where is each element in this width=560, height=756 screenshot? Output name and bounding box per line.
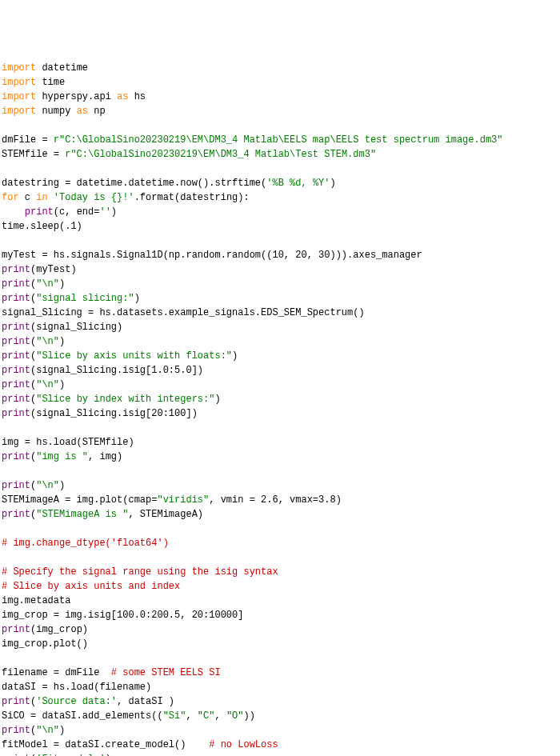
builtin: print xyxy=(25,206,54,218)
string: "C:\GlobalSino20230219\EM\DM3_4 Matlab\E… xyxy=(59,134,503,146)
lhs: dmFile = xyxy=(2,134,54,146)
builtin: print xyxy=(2,480,30,491)
text: dataSI = hs.load(filename) xyxy=(2,682,151,693)
rhs: ) xyxy=(330,178,335,189)
module: time xyxy=(36,77,65,88)
comment: # Specify the signal range using the isi… xyxy=(2,566,278,578)
alias: hs xyxy=(128,91,146,102)
code-block: import datetime import time import hyper… xyxy=(0,58,560,756)
r: ) xyxy=(214,394,220,405)
builtin: print xyxy=(2,394,30,405)
string: "\n" xyxy=(36,379,59,390)
text: time.sleep(.1) xyxy=(2,221,82,232)
keyword: in xyxy=(36,192,47,203)
lhs: SiCO = dataSI.add_elements(( xyxy=(2,710,163,722)
r: , dataSI ) xyxy=(117,696,174,707)
string: "O" xyxy=(226,710,244,722)
lhs: fitModel = dataSI.create_model() xyxy=(2,739,209,750)
lhs: STEMimageA = img.plot(cmap= xyxy=(2,494,157,506)
text: c xyxy=(19,192,37,203)
args: (img_crop) xyxy=(30,624,88,635)
builtin: print xyxy=(2,293,30,304)
module: hyperspy.api xyxy=(36,91,117,102)
string: "\n" xyxy=(36,336,59,347)
builtin: print xyxy=(2,624,30,635)
r: ) xyxy=(59,379,65,390)
comment: # some STEM EELS SI xyxy=(111,667,221,678)
rhs: , vmin = 2.6, vmax=3.8) xyxy=(209,494,342,506)
string: "\n" xyxy=(36,725,59,736)
builtin: print xyxy=(2,379,30,390)
c: , xyxy=(186,710,197,722)
text: img_crop = img.isig[100.0:200.5, 20:1000… xyxy=(2,610,243,621)
text: .format(datestring): xyxy=(134,192,250,203)
builtin: print xyxy=(2,278,30,290)
builtin: print xyxy=(2,322,30,333)
string: "Slice by index with integers:" xyxy=(36,394,214,405)
string: "\n" xyxy=(36,480,59,491)
keyword: import xyxy=(2,62,36,74)
text: myTest = hs.signals.Signal1D(np.random.r… xyxy=(2,250,422,261)
args: (signal_Slicing.isig[1.0:5.0]) xyxy=(30,365,203,376)
keyword: as xyxy=(77,106,88,117)
indent xyxy=(2,206,25,218)
builtin: print xyxy=(2,350,30,362)
builtin: print xyxy=(2,408,30,419)
lhs: datestring = datetime.datetime.now().str… xyxy=(2,178,266,189)
string: "\n" xyxy=(36,278,59,290)
builtin: print xyxy=(2,365,30,376)
string: "Slice by axis units with floats:" xyxy=(36,350,232,362)
r: ) xyxy=(232,350,238,362)
string: "STEMimageA is " xyxy=(36,509,128,520)
r: ) xyxy=(134,293,140,304)
rawprefix: r xyxy=(54,134,59,146)
args: (c, end= xyxy=(54,206,100,218)
r: , STEMimageA) xyxy=(128,509,203,520)
args: (myTest) xyxy=(30,264,77,275)
string: "viridis" xyxy=(157,494,209,506)
string: "C:\GlobalSino20230219\EM\DM3_4 Matlab\T… xyxy=(70,149,376,160)
string: "C" xyxy=(198,710,215,722)
r: ) xyxy=(59,278,65,290)
builtin: print xyxy=(2,696,30,707)
r: ) xyxy=(59,336,65,347)
text: img_crop.plot() xyxy=(2,638,88,650)
module: numpy xyxy=(36,106,76,117)
rhs: ) xyxy=(111,206,117,218)
keyword: for xyxy=(2,192,19,203)
lhs: filename = dmFile xyxy=(2,667,111,678)
r: , img) xyxy=(88,451,122,462)
string: "Si" xyxy=(163,710,186,722)
text: img.metadata xyxy=(2,595,70,606)
string: 'Source data:' xyxy=(36,696,117,707)
string: 'Today is {}!' xyxy=(48,192,134,203)
string: '' xyxy=(99,206,110,218)
c: , xyxy=(214,710,226,722)
keyword: import xyxy=(2,106,36,117)
builtin: print xyxy=(2,509,30,520)
comment: # no LowLoss xyxy=(209,739,278,750)
text: signal_Slicing = hs.datasets.example_sig… xyxy=(2,307,365,318)
rhs: )) xyxy=(243,710,254,722)
r: ) xyxy=(59,480,65,491)
keyword: import xyxy=(2,91,36,102)
keyword: as xyxy=(117,91,128,102)
builtin: print xyxy=(2,336,30,347)
string: "img is " xyxy=(36,451,88,462)
comment: # img.change_dtype('float64') xyxy=(2,538,169,549)
builtin: print xyxy=(2,451,30,462)
builtin: print xyxy=(2,264,30,275)
string: "signal slicing:" xyxy=(36,293,134,304)
string: '%B %d, %Y' xyxy=(266,178,330,189)
lhs: STEMfile = xyxy=(2,149,65,160)
keyword: import xyxy=(2,77,36,88)
alias: np xyxy=(88,106,106,117)
module: datetime xyxy=(36,62,88,74)
args: (signal_Slicing) xyxy=(30,322,122,333)
builtin: print xyxy=(2,725,30,736)
args: (signal_Slicing.isig[20:100]) xyxy=(30,408,198,419)
text: img = hs.load(STEMfile) xyxy=(2,437,134,448)
comment: # Slice by axis units and index xyxy=(2,581,180,592)
r: ) xyxy=(59,725,65,736)
